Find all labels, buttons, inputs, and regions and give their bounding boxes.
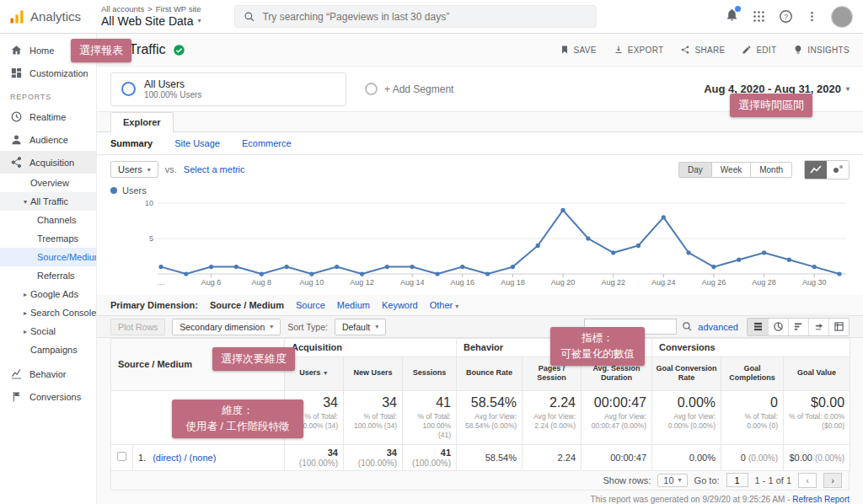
sidebar-item-social[interactable]: ▸ Social (0, 322, 96, 340)
help-icon[interactable]: ? (779, 9, 793, 24)
advanced-search-link[interactable]: advanced (698, 322, 738, 332)
add-segment-ring-icon (365, 83, 378, 95)
notifications-button[interactable] (725, 8, 739, 25)
sidebar-item-overview[interactable]: Overview (0, 174, 96, 192)
primary-dimension-other[interactable]: Other ▾ (430, 300, 459, 310)
sidebar-item-search-console[interactable]: ▸ Search Console (0, 303, 96, 322)
sort-type-button[interactable]: Default ▾ (335, 319, 386, 335)
edit-button[interactable]: EDIT (742, 45, 776, 55)
sidebar-section-reports: REPORTS (0, 84, 96, 105)
sidebar-item-referrals[interactable]: Referrals (0, 266, 96, 285)
avatar[interactable] (831, 6, 853, 28)
sidebar-item-all-traffic[interactable]: ▾ All Traffic (0, 192, 96, 211)
analytics-logo[interactable]: Analytics (8, 8, 93, 25)
chart-legend: Users (97, 184, 863, 197)
column-header-new-users[interactable]: New Users (344, 357, 403, 390)
property-selector[interactable]: All Web Site Data ▾ (101, 14, 201, 28)
pivot-view-button[interactable] (828, 319, 849, 335)
group-header-acquisition: Acquisition (285, 338, 457, 357)
sidebar-item-channels[interactable]: Channels (0, 211, 96, 229)
show-rows-select[interactable]: 10 ▾ (657, 474, 687, 487)
percent-view-button[interactable] (768, 319, 788, 335)
next-page-button[interactable]: › (823, 473, 842, 488)
column-header-goal-value[interactable]: Goal Value (784, 357, 850, 390)
table-row: 1.(direct) / (none) 34 (100.00%) 34 (100… (111, 444, 850, 470)
row-checkbox-cell (111, 444, 133, 470)
select-metric-link[interactable]: Select a metric (184, 164, 245, 174)
global-search[interactable] (234, 5, 597, 28)
segment-ring-icon (121, 82, 136, 96)
granularity-month-button[interactable]: Month (751, 162, 792, 178)
sidebar-item-conversions[interactable]: Conversions (0, 385, 96, 408)
apps-grid-icon[interactable] (752, 9, 766, 24)
save-button[interactable]: SAVE (560, 45, 597, 55)
annotation-select-secondary-dimension: 選擇次要維度 (212, 347, 295, 371)
group-header-conversions: Conversions (652, 338, 850, 357)
granularity-week-button[interactable]: Week (712, 162, 751, 178)
sidebar-item-audience[interactable]: Audience (0, 128, 96, 151)
primary-dimension-source[interactable]: Source (296, 300, 325, 310)
google-analytics-app: Analytics All accounts > First WP site A… (0, 0, 863, 504)
verified-check-icon (173, 44, 185, 56)
summary-new-users: 34% of Total: 100.00% (34) (344, 390, 403, 444)
data-view-button[interactable] (748, 319, 768, 335)
pivot-icon (834, 322, 844, 331)
line-chart-type-button[interactable] (805, 161, 827, 179)
sidebar-item-treemaps[interactable]: Treemaps (0, 229, 96, 248)
motion-chart-type-button[interactable] (827, 161, 849, 179)
column-header-bounce-rate[interactable]: Bounce Rate (457, 357, 523, 390)
sidebar-item-google-ads[interactable]: ▸ Google Ads (0, 285, 96, 303)
refresh-report-link[interactable]: Refresh Report (792, 495, 850, 504)
users-line-chart[interactable]: 510…Aug 6Aug 8Aug 10Aug 12Aug 14Aug 16Au… (110, 197, 850, 292)
primary-dimension-source-medium[interactable]: Source / Medium (210, 300, 284, 310)
subtab-ecommerce[interactable]: Ecommerce (242, 138, 292, 148)
comparison-view-button[interactable] (808, 319, 828, 335)
chevron-down-icon: ▾ (375, 323, 378, 330)
plot-rows-button[interactable]: Plot Rows (110, 319, 165, 335)
insights-button[interactable]: INSIGHTS (793, 45, 850, 55)
flag-icon (10, 390, 23, 403)
annotation-dimensions: 維度： 使用者 / 工作階段特徵 (172, 399, 303, 438)
svg-text:Aug 8: Aug 8 (251, 278, 271, 287)
share-button[interactable]: SHARE (680, 45, 725, 55)
subtab-summary[interactable]: Summary (110, 138, 153, 148)
primary-dimension-keyword[interactable]: Keyword (382, 300, 418, 310)
column-header-sessions[interactable]: Sessions (403, 357, 457, 390)
account-switcher[interactable]: All accounts > First WP site All Web Sit… (101, 5, 201, 28)
sidebar-item-acquisition[interactable]: Acquisition (0, 151, 96, 174)
granularity-day-button[interactable]: Day (678, 162, 712, 178)
svg-text:10: 10 (145, 199, 153, 207)
analytics-logo-icon (8, 8, 25, 25)
sidebar-item-realtime[interactable]: Realtime (0, 105, 96, 128)
performance-view-button[interactable] (788, 319, 808, 335)
svg-text:Aug 10: Aug 10 (300, 278, 324, 287)
export-button[interactable]: EXPORT (614, 45, 664, 55)
tab-explorer[interactable]: Explorer (110, 112, 174, 132)
sidebar: Home Customization REPORTS Realtime Audi… (0, 34, 97, 504)
goto-page-input[interactable] (726, 473, 748, 487)
search-icon[interactable] (682, 321, 693, 332)
column-header-goal-conversion-rate[interactable]: Goal Conversion Rate (652, 357, 721, 390)
primary-dimension-medium[interactable]: Medium (337, 300, 370, 310)
explorer-subtabs: Summary Site Usage Ecommerce (97, 132, 863, 155)
sidebar-item-campaigns[interactable]: Campaigns (0, 340, 96, 359)
source-medium-link[interactable]: (direct) / (none) (153, 453, 216, 463)
add-segment-button[interactable]: + Add Segment (365, 83, 453, 95)
search-input[interactable] (262, 11, 587, 23)
row-checkbox[interactable] (117, 452, 126, 461)
sidebar-item-customization[interactable]: Customization (0, 62, 96, 84)
previous-page-button[interactable]: ‹ (798, 473, 817, 488)
subtab-site-usage[interactable]: Site Usage (174, 138, 220, 148)
secondary-dimension-button[interactable]: Secondary dimension ▾ (172, 319, 281, 335)
metric-dropdown[interactable]: Users ▾ (110, 161, 158, 178)
table-pagination: Show rows: 10 ▾ Go to: 1 - 1 of 1 ‹ › (110, 471, 850, 491)
line-chart-icon (810, 164, 822, 174)
sidebar-item-source-medium[interactable]: Source/Medium (0, 248, 96, 266)
more-vertical-icon[interactable] (806, 10, 818, 23)
report-actions: SAVE EXPORT SHARE EDIT (560, 45, 850, 55)
chevron-down-icon: ▾ (147, 166, 151, 174)
segment-all-users[interactable]: All Users 100.00% Users (110, 72, 346, 106)
column-header-goal-completions[interactable]: Goal Completions (721, 357, 784, 390)
sidebar-item-behavior[interactable]: Behavior (0, 362, 96, 385)
svg-text:…: … (158, 278, 165, 287)
